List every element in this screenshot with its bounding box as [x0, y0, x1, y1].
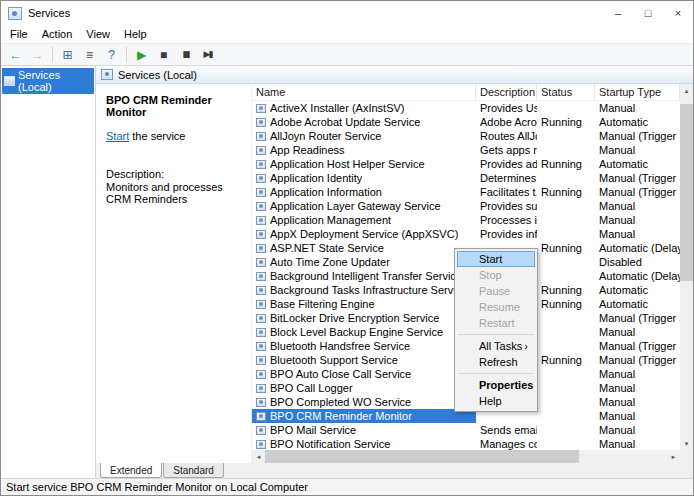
- service-startup-type: Manual: [595, 213, 680, 227]
- menu-action[interactable]: Action: [35, 25, 80, 43]
- table-row[interactable]: Application IdentityDetermines ...Manual…: [252, 171, 680, 185]
- table-row[interactable]: Application ManagementProcesses in...Man…: [252, 213, 680, 227]
- menu-view[interactable]: View: [79, 25, 117, 43]
- column-header-status[interactable]: Status: [537, 84, 595, 100]
- forward-button[interactable]: →: [27, 45, 48, 64]
- scroll-down-arrow-icon[interactable]: ▼: [680, 437, 693, 450]
- tab-standard[interactable]: Standard: [163, 463, 224, 478]
- vertical-scroll-track[interactable]: [680, 97, 693, 437]
- service-startup-type: Manual (Trigger Start): [595, 311, 680, 325]
- scroll-up-arrow-icon[interactable]: ▲: [680, 84, 693, 97]
- service-gear-icon: [256, 230, 266, 239]
- service-name-cell: AllJoyn Router Service: [252, 129, 476, 143]
- service-gear-icon: [256, 244, 266, 253]
- export-list-button[interactable]: ≡: [79, 45, 100, 64]
- service-gear-icon: [256, 328, 266, 337]
- table-row[interactable]: Application Host Helper ServiceProvides …: [252, 157, 680, 171]
- service-name-cell: BPO CRM Reminder Monitor: [252, 409, 476, 423]
- close-button[interactable]: ×: [663, 1, 693, 25]
- service-startup-type: Manual (Trigger Start): [595, 185, 680, 199]
- service-startup-type: Manual: [595, 101, 680, 115]
- context-menu-properties[interactable]: Properties: [457, 377, 535, 393]
- service-status: [537, 255, 595, 269]
- restart-service-button[interactable]: ▶▮: [197, 45, 218, 64]
- service-name-cell: Application Identity: [252, 171, 476, 185]
- service-gear-icon: [256, 398, 266, 407]
- context-menu-item-label: Restart: [479, 317, 514, 329]
- service-description: Provides su...: [476, 199, 537, 213]
- horizontal-scrollbar[interactable]: ◄ ►: [252, 450, 680, 463]
- start-service-button[interactable]: ▶: [131, 45, 152, 64]
- service-startup-type: Manual: [595, 409, 680, 423]
- context-menu-item-label: Resume: [479, 301, 520, 313]
- service-startup-type: Manual: [595, 395, 680, 409]
- service-status: [537, 129, 595, 143]
- vertical-scroll-thumb[interactable]: [680, 104, 693, 281]
- service-name: Background Tasks Infrastructure Service: [270, 284, 467, 296]
- service-gear-icon: [256, 118, 266, 127]
- service-status: [537, 395, 595, 409]
- table-row[interactable]: AllJoyn Router ServiceRoutes AllJo...Man…: [252, 129, 680, 143]
- context-menu-start[interactable]: Start: [457, 251, 535, 267]
- service-status: [537, 213, 595, 227]
- horizontal-scroll-track[interactable]: [265, 450, 667, 463]
- service-gear-icon: [256, 272, 266, 281]
- horizontal-scroll-thumb[interactable]: [265, 450, 579, 463]
- context-menu-refresh[interactable]: Refresh: [457, 354, 535, 370]
- description-label: Description:: [106, 168, 243, 180]
- tree-item-services-local[interactable]: Services (Local): [2, 68, 94, 94]
- table-row[interactable]: BPO Notification ServiceManages co...Man…: [252, 437, 680, 450]
- restart-service-button-icon: ▶▮: [204, 50, 212, 59]
- column-header-name[interactable]: Name: [252, 84, 476, 100]
- service-startup-type: Automatic: [595, 283, 680, 297]
- service-name: App Readiness: [270, 144, 345, 156]
- show-hide-console-tree-button[interactable]: ⊞: [57, 45, 78, 64]
- service-startup-type: Automatic (Delayed St...: [595, 241, 680, 255]
- menu-file[interactable]: File: [3, 25, 35, 43]
- service-gear-icon: [256, 146, 266, 155]
- tab-extended[interactable]: Extended: [100, 463, 162, 478]
- service-name-cell: BitLocker Drive Encryption Service: [252, 311, 476, 325]
- forward-button-icon: →: [32, 49, 44, 61]
- vertical-scrollbar[interactable]: ▲ ▼: [680, 84, 693, 450]
- context-menu-all-tasks[interactable]: All Tasks›: [457, 338, 535, 354]
- column-header-description[interactable]: Description: [476, 84, 537, 100]
- context-menu-help[interactable]: Help: [457, 393, 535, 409]
- table-row[interactable]: BPO Mail ServiceSends email...Manual: [252, 423, 680, 437]
- service-startup-type: Automatic: [595, 157, 680, 171]
- table-row[interactable]: Application InformationFacilitates t...R…: [252, 185, 680, 199]
- table-row[interactable]: Adobe Acrobat Update ServiceAdobe Acro..…: [252, 115, 680, 129]
- back-button[interactable]: ←: [5, 45, 26, 64]
- table-row[interactable]: AppX Deployment Service (AppXSVC)Provide…: [252, 227, 680, 241]
- service-name: Adobe Acrobat Update Service: [270, 116, 420, 128]
- service-name-cell: BPO Notification Service: [252, 437, 476, 450]
- context-menu-item-label: Start: [479, 253, 502, 265]
- pause-service-button[interactable]: ▮▮: [175, 45, 196, 64]
- minimize-button[interactable]: –: [603, 1, 633, 25]
- table-row[interactable]: App ReadinessGets apps re...Manual: [252, 143, 680, 157]
- scroll-right-arrow-icon[interactable]: ►: [667, 450, 680, 463]
- service-name: Application Management: [270, 214, 391, 226]
- service-description: Gets apps re...: [476, 143, 537, 157]
- service-gear-icon: [256, 426, 266, 435]
- service-startup-type: Manual (Trigger Start): [595, 129, 680, 143]
- service-status: Running: [537, 115, 595, 129]
- services-window: Services – □ × FileActionViewHelp ←→⊞≡?▶…: [0, 0, 694, 496]
- scroll-left-arrow-icon[interactable]: ◄: [252, 450, 265, 463]
- service-startup-type: Manual: [595, 367, 680, 381]
- service-name: Block Level Backup Engine Service: [270, 326, 443, 338]
- service-status: [537, 143, 595, 157]
- menu-help[interactable]: Help: [117, 25, 154, 43]
- tab-bar: ExtendedStandard: [96, 463, 693, 478]
- maximize-button[interactable]: □: [633, 1, 663, 25]
- start-service-link[interactable]: Start: [106, 130, 129, 142]
- table-row[interactable]: ActiveX Installer (AxInstSV)Provides Us.…: [252, 101, 680, 115]
- service-status: Running: [537, 283, 595, 297]
- table-row[interactable]: Application Layer Gateway ServiceProvide…: [252, 199, 680, 213]
- service-description: Routes AllJo...: [476, 129, 537, 143]
- service-description: Processes in...: [476, 213, 537, 227]
- help-button[interactable]: ?: [101, 45, 122, 64]
- column-header-startup-type[interactable]: Startup Type: [595, 84, 680, 100]
- service-gear-icon: [256, 132, 266, 141]
- stop-service-button[interactable]: ■: [153, 45, 174, 64]
